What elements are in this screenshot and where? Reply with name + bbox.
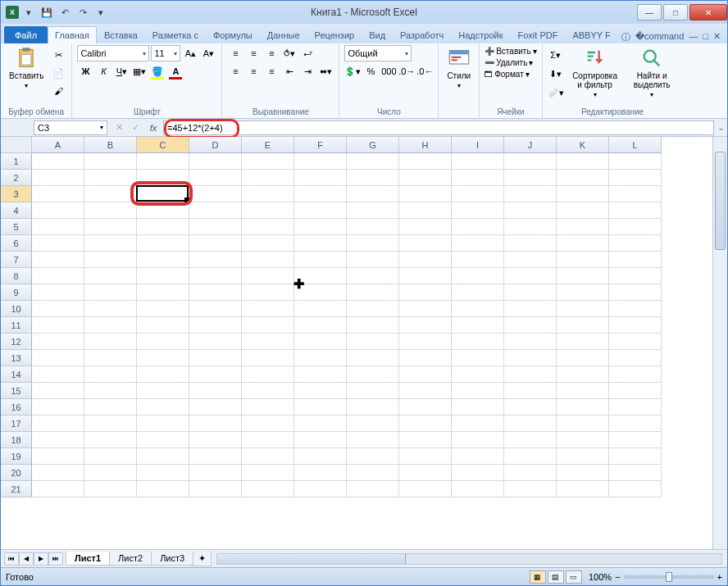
row-header[interactable]: 10 — [1, 301, 32, 317]
cell[interactable] — [399, 268, 452, 284]
cell[interactable] — [399, 153, 452, 170]
column-header[interactable]: C — [137, 137, 189, 153]
undo-icon[interactable]: ↶ — [57, 4, 73, 20]
cell[interactable] — [294, 284, 347, 301]
cell[interactable] — [242, 350, 294, 366]
cell[interactable] — [137, 219, 189, 235]
cell[interactable] — [189, 301, 242, 317]
cell[interactable] — [557, 219, 609, 235]
cell[interactable] — [609, 448, 662, 465]
cell[interactable] — [347, 252, 399, 268]
cell[interactable] — [399, 383, 452, 399]
cell[interactable] — [137, 301, 189, 317]
scrollbar-thumb[interactable] — [715, 152, 726, 250]
cell[interactable] — [347, 235, 399, 252]
cell[interactable] — [504, 301, 557, 317]
cell[interactable] — [452, 448, 504, 465]
cell[interactable] — [242, 284, 294, 301]
cell[interactable] — [84, 170, 137, 186]
cell[interactable] — [242, 268, 294, 284]
font-name-combo[interactable]: Calibri▾ — [77, 45, 149, 61]
cell[interactable] — [557, 268, 609, 284]
close-button[interactable]: ✕ — [689, 4, 727, 20]
cell[interactable] — [84, 317, 137, 334]
cell[interactable] — [32, 202, 84, 219]
cell[interactable] — [399, 481, 452, 497]
cell[interactable] — [504, 432, 557, 448]
cell[interactable] — [347, 301, 399, 317]
cell[interactable] — [504, 416, 557, 432]
cell[interactable] — [347, 186, 399, 202]
cell[interactable] — [557, 317, 609, 334]
cell[interactable] — [609, 334, 662, 350]
cell[interactable] — [347, 383, 399, 399]
cell[interactable] — [242, 383, 294, 399]
cell[interactable] — [347, 284, 399, 301]
tab-home[interactable]: Главная — [48, 26, 97, 43]
cell[interactable] — [609, 301, 662, 317]
align-center-icon[interactable]: ≡ — [245, 63, 262, 79]
cell[interactable] — [32, 317, 84, 334]
row-header[interactable]: 7 — [1, 252, 32, 268]
cell[interactable] — [452, 399, 504, 416]
cell[interactable] — [609, 153, 662, 170]
cell[interactable] — [399, 301, 452, 317]
cell[interactable] — [399, 252, 452, 268]
row-header[interactable]: 20 — [1, 465, 32, 481]
cell[interactable] — [189, 219, 242, 235]
delete-cells-button[interactable]: ➖Удалить ▾ — [485, 58, 536, 67]
grow-font-icon[interactable]: A▴ — [182, 45, 198, 61]
tab-developer[interactable]: Разработч — [393, 26, 451, 43]
row-header[interactable]: 3 — [1, 186, 32, 202]
cell[interactable] — [609, 416, 662, 432]
cell[interactable] — [189, 235, 242, 252]
cell[interactable] — [557, 235, 609, 252]
cell[interactable] — [504, 268, 557, 284]
merge-icon[interactable]: ⬌▾ — [317, 63, 334, 79]
cell[interactable] — [84, 465, 137, 481]
cell[interactable] — [557, 170, 609, 186]
cell[interactable] — [609, 284, 662, 301]
cell[interactable] — [137, 399, 189, 416]
column-header[interactable]: G — [347, 137, 399, 153]
cell[interactable] — [452, 350, 504, 366]
row-header[interactable]: 12 — [1, 334, 32, 350]
enter-icon[interactable]: ✓ — [132, 122, 139, 133]
cell[interactable] — [137, 334, 189, 350]
cell[interactable] — [137, 252, 189, 268]
cell[interactable] — [32, 399, 84, 416]
sheet-tab[interactable]: Лист2 — [109, 552, 152, 566]
cell[interactable] — [347, 465, 399, 481]
cell[interactable] — [32, 186, 84, 202]
cell[interactable] — [609, 366, 662, 383]
cell[interactable] — [137, 383, 189, 399]
cell[interactable] — [347, 481, 399, 497]
sheet-tab[interactable]: Лист1 — [66, 552, 110, 566]
row-header[interactable]: 15 — [1, 383, 32, 399]
cell[interactable] — [242, 481, 294, 497]
cell[interactable] — [347, 432, 399, 448]
align-top-icon[interactable]: ≡ — [227, 45, 243, 61]
border-icon[interactable]: ▦▾ — [131, 63, 148, 79]
cell[interactable] — [504, 481, 557, 497]
cell[interactable] — [294, 432, 347, 448]
cell[interactable] — [242, 399, 294, 416]
cell[interactable] — [32, 448, 84, 465]
cell[interactable] — [504, 399, 557, 416]
cell[interactable] — [137, 170, 189, 186]
tab-addins[interactable]: Надстройк — [451, 26, 510, 43]
cell[interactable] — [189, 383, 242, 399]
cell[interactable] — [137, 153, 189, 170]
cell[interactable] — [242, 186, 294, 202]
cell[interactable] — [609, 432, 662, 448]
formula-input[interactable]: =45+12*(2+4) — [163, 120, 714, 135]
cell[interactable] — [294, 186, 347, 202]
tab-review[interactable]: Рецензир — [307, 26, 362, 43]
cell[interactable] — [504, 465, 557, 481]
cell[interactable] — [504, 153, 557, 170]
cell[interactable] — [609, 219, 662, 235]
cell[interactable] — [609, 383, 662, 399]
cell[interactable] — [452, 317, 504, 334]
cell[interactable] — [452, 284, 504, 301]
cell[interactable] — [504, 252, 557, 268]
